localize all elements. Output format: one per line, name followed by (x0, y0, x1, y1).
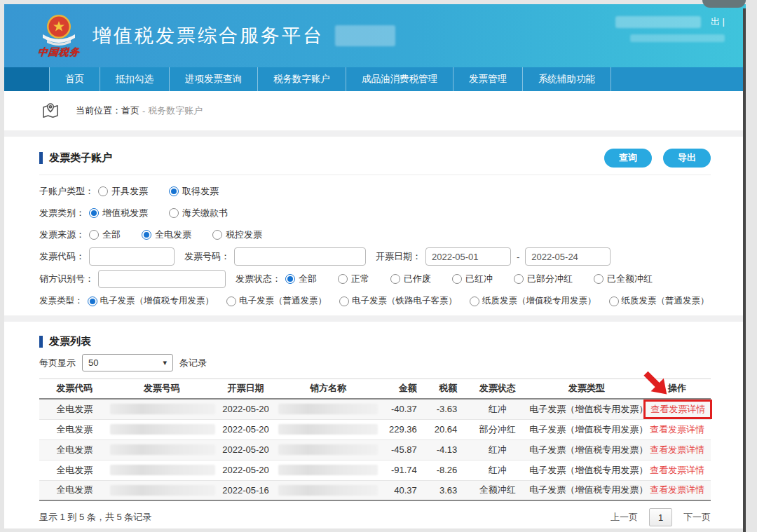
radio-option[interactable]: 纸质发票（普通发票） (609, 295, 709, 307)
breadcrumb-home[interactable]: 首页 (121, 104, 139, 117)
table-cell-redacted (110, 480, 214, 500)
breadcrumb: 当前位置： 首页 - 税务数字账户 (4, 91, 746, 130)
radio-circle-icon[interactable] (142, 230, 151, 240)
redacted-text (110, 444, 215, 455)
current-page-button[interactable]: 1 (649, 508, 672, 526)
seller-id-input[interactable] (98, 270, 226, 288)
view-invoice-detail-link[interactable]: 查看发票详情 (650, 484, 704, 495)
radio-label: 取得发票 (182, 185, 219, 198)
next-page-button[interactable]: 下一页 (683, 511, 711, 524)
radio-circle-icon[interactable] (514, 274, 524, 284)
nav-tab[interactable]: 成品油消费税管理 (346, 67, 453, 91)
nav-tab[interactable]: 首页 (49, 67, 100, 91)
view-invoice-detail-link[interactable]: 查看发票详情 (650, 465, 704, 475)
radio-circle-icon[interactable] (594, 274, 603, 284)
radio-option[interactable]: 增值税发票 (89, 207, 148, 219)
prev-page-button[interactable]: 上一页 (611, 511, 638, 524)
action-wrap: 查看发票详情 (647, 482, 707, 498)
view-invoice-detail-link[interactable]: 查看发票详情 (650, 424, 704, 435)
table-cell: -8.26 (425, 460, 465, 480)
redacted-text (278, 485, 378, 496)
radio-circle-icon[interactable] (88, 296, 97, 306)
redacted-title-text (335, 25, 395, 46)
table-cell: 电子发票（增值税专用发票） (529, 439, 643, 460)
radio-circle-icon[interactable] (226, 296, 236, 306)
logout-link[interactable]: 出 | (711, 15, 725, 28)
redacted-text (110, 485, 215, 496)
radio-option[interactable]: 已部分冲红 (514, 273, 573, 285)
table-cell: -4.13 (425, 439, 465, 460)
nav-tab[interactable]: 进项发票查询 (170, 67, 258, 91)
radio-option[interactable]: 正常 (338, 273, 369, 285)
radio-option[interactable]: 已全额冲红 (594, 273, 653, 285)
radio-label: 已部分冲红 (527, 273, 573, 285)
radio-option[interactable]: 已红冲 (452, 273, 493, 285)
invoice-list-section: 发票列表 每页显示 50 ▾ 条记录 发票代码发票号码开票日期销方名称金额税额发… (4, 332, 746, 526)
radio-circle-icon[interactable] (169, 186, 179, 196)
per-page-suffix: 条记录 (179, 357, 207, 369)
radio-circle-icon[interactable] (452, 274, 462, 284)
radio-label: 增值税发票 (102, 207, 148, 219)
radio-option[interactable]: 全部 (285, 273, 317, 285)
radio-option[interactable]: 全部 (89, 229, 121, 241)
radio-circle-icon[interactable] (89, 230, 99, 240)
annotation-arrow-icon (640, 368, 672, 400)
radio-label: 纸质发票（普通发票） (622, 295, 709, 307)
radio-option[interactable]: 电子发票（铁路电子客票） (339, 295, 457, 307)
radio-option[interactable]: 纸质发票（增值税专用发票） (470, 295, 596, 307)
section-divider (4, 130, 746, 137)
table-cell-action: 查看发票详情 (643, 399, 711, 420)
view-invoice-detail-link[interactable]: 查看发票详情 (650, 444, 704, 455)
nav-tab[interactable]: 发票管理 (453, 67, 523, 91)
nav-tabs: 首页抵扣勾选进项发票查询税务数字账户成品油消费税管理发票管理系统辅助功能 (49, 67, 611, 91)
radio-circle-icon[interactable] (390, 274, 400, 284)
per-page-label: 每页显示 (39, 357, 76, 369)
invoice-number-label: 发票号码： (184, 250, 230, 263)
radio-circle-icon[interactable] (339, 296, 349, 306)
date-from-input[interactable] (425, 247, 511, 266)
invoice-number-input[interactable] (234, 247, 366, 266)
radio-circle-icon[interactable] (169, 208, 179, 218)
invoice-code-input[interactable] (89, 247, 175, 266)
radio-option[interactable]: 全电发票 (142, 229, 191, 241)
section-bar (39, 336, 43, 348)
nav-tab[interactable]: 抵扣勾选 (100, 67, 170, 91)
radio-circle-icon[interactable] (89, 208, 99, 218)
radio-option[interactable]: 税控发票 (212, 229, 262, 241)
national-emblem-icon (39, 13, 79, 46)
filter-row-invoice-type: 发票类型： 电子发票（增值税专用发票）电子发票（普通发票）电子发票（铁路电子客票… (39, 292, 711, 310)
filter-row-account-type: 子账户类型： 开具发票取得发票 (39, 182, 711, 200)
radio-option[interactable]: 开具发票 (98, 185, 148, 198)
column-header: 税额 (425, 379, 465, 399)
radio-option[interactable]: 已作废 (390, 273, 431, 285)
filter-label: 发票类别： (39, 207, 85, 219)
radio-circle-icon[interactable] (98, 186, 108, 196)
radio-circle-icon[interactable] (470, 296, 479, 306)
table-cell-action: 查看发票详情 (643, 439, 711, 460)
redacted-text (110, 424, 215, 435)
radio-option[interactable]: 电子发票（增值税专用发票） (88, 295, 214, 307)
radio-circle-icon[interactable] (212, 230, 222, 240)
column-header: 销方名称 (278, 379, 378, 399)
table-cell-redacted (278, 399, 378, 420)
export-button[interactable]: 导出 (663, 149, 711, 168)
section-title-account: 发票类子账户 (49, 151, 112, 165)
table-cell: 2022-05-20 (214, 419, 278, 439)
radio-circle-icon[interactable] (338, 274, 348, 284)
date-to-input[interactable] (525, 247, 611, 266)
radio-option[interactable]: 电子发票（普通发票） (226, 295, 327, 307)
per-page-select[interactable]: 50 ▾ (82, 354, 173, 371)
radio-circle-icon[interactable] (609, 296, 619, 306)
radio-option[interactable]: 取得发票 (169, 185, 219, 198)
query-button[interactable]: 查询 (604, 149, 652, 168)
radio-option[interactable]: 海关缴款书 (169, 207, 228, 219)
nav-tab[interactable]: 税务数字账户 (258, 67, 346, 91)
view-invoice-detail-link[interactable]: 查看发票详情 (650, 404, 705, 414)
nav-tab[interactable]: 系统辅助功能 (523, 67, 611, 91)
radio-circle-icon[interactable] (285, 274, 295, 284)
redacted-text (278, 465, 378, 475)
table-cell: 电子发票（增值税专用发票） (529, 460, 643, 480)
radio-label: 税控发票 (226, 229, 262, 241)
table-cell: 全电发票 (39, 439, 110, 460)
column-header: 发票类型 (529, 379, 643, 399)
